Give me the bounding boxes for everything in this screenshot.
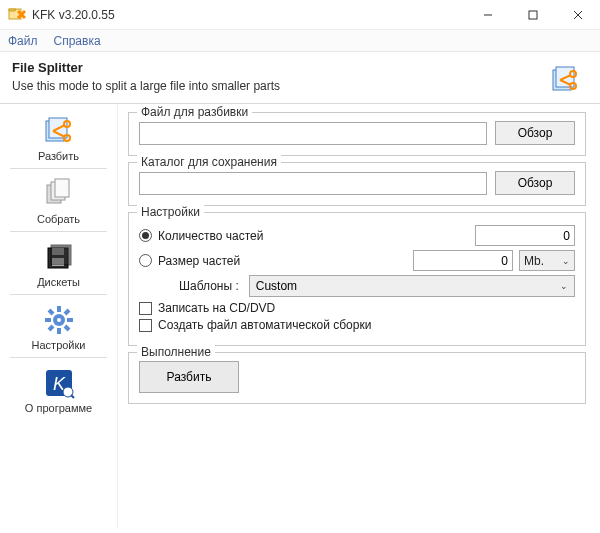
sidebar-separator [10,357,107,358]
main-panel: Файл для разбивки Обзор Каталог для сохр… [118,104,600,529]
svg-line-31 [49,310,53,314]
browse-source-button[interactable]: Обзор [495,121,575,145]
svg-rect-21 [55,179,69,197]
join-icon [42,177,76,211]
gear-icon [42,303,76,337]
sidebar: Разбить Собрать Дискеты Настройки K О пр… [0,104,118,529]
checkbox-auto-assembly[interactable] [139,319,152,332]
sidebar-separator [10,294,107,295]
about-icon: K [42,366,76,400]
source-file-input[interactable] [139,122,487,145]
menubar: Файл Справка [0,30,600,52]
sidebar-item-label: Настройки [32,339,86,351]
group-dest-folder: Каталог для сохранения Обзор [128,162,586,206]
radio-parts-size[interactable] [139,254,152,267]
chevron-down-icon: ⌄ [560,281,568,291]
header: File Splitter Use this mode to split a l… [0,52,600,104]
app-icon [8,6,26,24]
svg-line-33 [65,310,69,314]
split-icon [42,114,76,148]
sidebar-item-label: Дискеты [37,276,80,288]
group-run: Выполнение Разбить [128,352,586,404]
group-label: Настройки [137,205,204,219]
templates-select[interactable]: Custom ⌄ [249,275,575,297]
radio-parts-count[interactable] [139,229,152,242]
sidebar-item-settings[interactable]: Настройки [6,299,111,353]
run-split-button[interactable]: Разбить [139,361,239,393]
svg-line-34 [49,326,53,330]
svg-point-35 [57,318,61,322]
svg-rect-25 [51,245,71,265]
svg-line-32 [65,326,69,330]
parts-size-unit-value: Mb. [524,254,544,268]
sidebar-separator [10,168,107,169]
chevron-down-icon: ⌄ [562,256,570,266]
dest-folder-input[interactable] [139,172,487,195]
browse-dest-button[interactable]: Обзор [495,171,575,195]
sidebar-item-label: Собрать [37,213,80,225]
checkbox-cd-dvd[interactable] [139,302,152,315]
header-subtitle: Use this mode to split a large file into… [12,79,588,93]
minimize-button[interactable] [465,0,510,30]
close-button[interactable] [555,0,600,30]
sidebar-item-label: О программе [25,402,92,414]
maximize-button[interactable] [510,0,555,30]
sidebar-item-split[interactable]: Разбить [6,110,111,164]
sidebar-item-label: Разбить [38,150,79,162]
cd-dvd-label: Записать на CD/DVD [158,301,275,315]
auto-assembly-label: Создать файл автоматической сборки [158,318,371,332]
sidebar-item-about[interactable]: K О программе [6,362,111,416]
split-icon [550,64,582,96]
header-title: File Splitter [12,60,588,75]
group-settings: Настройки Количество частей Размер часте… [128,212,586,346]
templates-value: Custom [256,279,297,293]
sidebar-item-diskettes[interactable]: Дискеты [6,236,111,290]
svg-line-39 [71,395,74,398]
menu-help[interactable]: Справка [54,34,101,48]
window-title: KFK v3.20.0.55 [32,8,465,22]
group-label: Файл для разбивки [137,105,252,119]
parts-size-input[interactable] [413,250,513,271]
parts-count-input[interactable] [475,225,575,246]
parts-size-unit-select[interactable]: Mb. ⌄ [519,250,575,271]
titlebar: KFK v3.20.0.55 [0,0,600,30]
parts-count-label: Количество частей [158,229,469,243]
svg-rect-4 [529,11,537,19]
group-source-file: Файл для разбивки Обзор [128,112,586,156]
templates-label: Шаблоны : [179,279,239,293]
parts-size-label: Размер частей [158,254,407,268]
sidebar-item-join[interactable]: Собрать [6,173,111,227]
sidebar-separator [10,231,107,232]
floppy-icon [42,240,76,274]
group-label: Каталог для сохранения [137,155,281,169]
menu-file[interactable]: Файл [8,34,38,48]
group-label: Выполнение [137,345,215,359]
